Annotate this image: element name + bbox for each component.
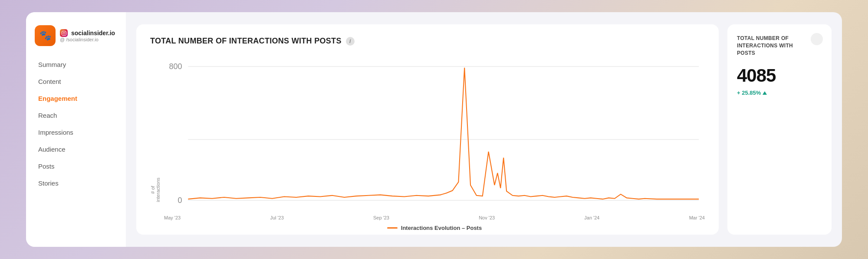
chart-svg-area: 800 0 xyxy=(164,54,705,213)
brand-name: socialinsider.io xyxy=(71,30,115,37)
info-icon[interactable]: i xyxy=(346,37,355,46)
main-card: 🐾 socialinsider.io @ /socialinsider.io S… xyxy=(26,12,842,247)
expand-icon[interactable] xyxy=(811,33,823,45)
sidebar-logo: 🐾 socialinsider.io @ /socialinsider.io xyxy=(26,21,126,56)
stats-value: 4085 xyxy=(737,65,822,86)
stats-change: + 25.85% xyxy=(737,90,822,96)
x-label-nov23: Nov '23 xyxy=(479,215,495,220)
sidebar-item-content[interactable]: Content xyxy=(31,73,121,90)
stats-change-label: + 25.85% xyxy=(737,90,761,96)
logo-icon: 🐾 xyxy=(35,25,56,46)
x-label-sep23: Sep '23 xyxy=(373,215,389,220)
sidebar-item-reach[interactable]: Reach xyxy=(31,107,121,123)
sidebar: 🐾 socialinsider.io @ /socialinsider.io S… xyxy=(26,12,126,247)
chart-card: TOTAL NUMBER OF INTERACTIONS WITH POSTS … xyxy=(136,24,719,235)
brand-handle: @ /socialinsider.io xyxy=(60,37,115,42)
legend-line-icon xyxy=(387,227,398,229)
x-label-may23: May '23 xyxy=(164,215,181,220)
chart-title-text: TOTAL NUMBER OF INTERACTIONS WITH POSTS xyxy=(150,37,342,46)
logo-text: socialinsider.io @ /socialinsider.io xyxy=(60,29,115,42)
svg-text:0: 0 xyxy=(178,196,182,204)
svg-text:800: 800 xyxy=(169,62,182,71)
stats-card: TOTAL NUMBER OF INTERACTIONS WITH POSTS … xyxy=(727,24,832,235)
instagram-badge xyxy=(60,29,68,37)
x-axis-labels: May '23 Jul '23 Sep '23 Nov '23 Jan '24 … xyxy=(164,213,705,220)
sidebar-item-posts[interactable]: Posts xyxy=(31,158,121,174)
arrow-up-icon xyxy=(763,91,767,95)
stats-card-title: TOTAL NUMBER OF INTERACTIONS WITH POSTS xyxy=(737,35,822,56)
legend-label: Interactions Evolution – Posts xyxy=(401,225,482,231)
sidebar-navigation: Summary Content Engagement Reach Impress… xyxy=(26,56,126,191)
sidebar-item-impressions[interactable]: Impressions xyxy=(31,124,121,140)
chart-title-row: TOTAL NUMBER OF INTERACTIONS WITH POSTS … xyxy=(150,37,705,46)
interactions-chart: 800 0 xyxy=(164,54,705,213)
x-label-jul23: Jul '23 xyxy=(270,215,283,220)
y-axis-label: # ofinteractions xyxy=(150,54,161,202)
chart-legend: Interactions Evolution – Posts xyxy=(164,225,705,231)
chart-wrapper: # ofinteractions 800 0 xyxy=(150,54,705,202)
sidebar-item-audience[interactable]: Audience xyxy=(31,141,121,157)
sidebar-item-summary[interactable]: Summary xyxy=(31,56,121,73)
sidebar-item-engagement[interactable]: Engagement xyxy=(31,90,121,106)
x-label-mar24: Mar '24 xyxy=(689,215,705,220)
chart-inner: 800 0 May '23 Jul '23 Sep xyxy=(164,54,705,202)
sidebar-item-stories[interactable]: Stories xyxy=(31,175,121,191)
x-label-jan24: Jan '24 xyxy=(584,215,599,220)
content-area: TOTAL NUMBER OF INTERACTIONS WITH POSTS … xyxy=(126,12,842,247)
